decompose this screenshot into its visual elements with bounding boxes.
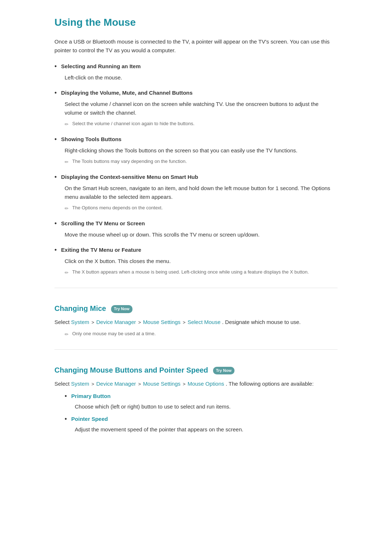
page-title: Using the Mouse [54,15,338,31]
bullet-body-4: On the Smart Hub screen, navigate to an … [54,184,338,201]
section-changing-mice: Changing Mice Try Now Select System > De… [54,303,338,338]
note-icon-2: ✏ [65,121,69,128]
chevron-6: > [183,381,187,387]
bullet-item-4: • Displaying the Context-sensitive Menu … [54,173,338,182]
nav-system-2[interactable]: System [71,381,89,387]
chevron-5: > [138,381,142,387]
chevron-4: > [91,381,95,387]
chevron-3: > [183,320,187,325]
bullet-dot-2: • [54,89,57,98]
sub-bullet-heading-1: Primary Button [71,392,110,401]
bullet-body-5: Move the mouse wheel up or down. This sc… [54,230,338,239]
section2-note: ✏ Only one mouse may be used at a time. [54,330,338,338]
try-now-badge-2[interactable]: Try Now [213,367,234,375]
section2-heading: Changing Mice Try Now [54,303,338,314]
sub-bullet-dot-2: • [65,415,67,424]
sub-bullet-primary: • Primary Button [54,392,338,401]
bullet-section-1: • Selecting and Running an Item Left-cli… [54,62,338,82]
bullet-heading-6: Exiting the TV Menu or Feature [61,246,141,254]
note-text-2: Select the volume / channel icon again t… [72,120,195,127]
bullet-body-2: Select the volume / channel icon on the … [54,100,338,117]
bullet-dot-6: • [54,246,57,255]
bullet-section-3: • Showing Tools Buttons Right-clicking s… [54,135,338,166]
nav-device-manager-2[interactable]: Device Manager [96,381,136,387]
note-icon-6: ✏ [65,269,69,277]
sub-bullet-body-2: Adjust the movement speed of the pointer… [54,425,338,434]
divider-2 [54,349,338,350]
note-text-s2: Only one mouse may be used at a time. [72,330,156,337]
bullet-item-3: • Showing Tools Buttons [54,135,338,144]
bullet-heading-1: Selecting and Running an Item [61,62,140,71]
note-icon-3: ✏ [65,159,69,166]
sub-bullet-dot-1: • [65,392,67,401]
nav-mouse-settings-1[interactable]: Mouse Settings [143,319,180,325]
divider-1 [54,288,338,288]
section3-heading: Changing Mouse Buttons and Pointer Speed… [54,364,338,376]
sub-bullet-body-1: Choose which (left or right) button to u… [54,402,338,411]
nav-device-manager-1[interactable]: Device Manager [96,319,136,325]
sub-bullet-heading-2: Pointer Speed [71,415,108,423]
bullet-item-2: • Displaying the Volume, Mute, and Chann… [54,89,338,98]
select-suffix-1: . Designate which mouse to use. [222,319,301,325]
intro-text: Once a USB or Bluetooth mouse is connect… [54,37,338,55]
select-prefix-1: Select [54,319,71,325]
select-suffix-2: . The following options are available: [226,381,314,387]
chevron-2: > [138,320,142,325]
note-icon-s2: ✏ [65,331,69,338]
try-now-badge-1[interactable]: Try Now [111,305,132,313]
section-mouse-buttons: Changing Mouse Buttons and Pointer Speed… [54,364,338,434]
select-prefix-2: Select [54,381,71,387]
sub-bullet-pointer: • Pointer Speed [54,415,338,424]
bullet-dot-3: • [54,135,57,144]
bullet-heading-4: Displaying the Context-sensitive Menu on… [61,173,198,181]
note-item-6: ✏ The X button appears when a mouse is b… [54,268,338,277]
nav-mouse-settings-2[interactable]: Mouse Settings [143,381,180,387]
bullet-item-6: • Exiting the TV Menu or Feature [54,246,338,255]
note-item-4: ✏ The Options menu depends on the contex… [54,204,338,213]
bullet-heading-2: Displaying the Volume, Mute, and Channel… [61,89,192,97]
note-item-2: ✏ Select the volume / channel icon again… [54,120,338,128]
note-text-3: The Tools buttons may vary depending on … [72,158,187,165]
bullet-section-6: • Exiting the TV Menu or Feature Click o… [54,246,338,277]
bullet-body-1: Left-click on the mouse. [54,73,338,82]
nav-select-mouse[interactable]: Select Mouse [188,319,221,325]
bullet-heading-5: Scrolling the TV Menu or Screen [61,219,145,228]
bullet-item-5: • Scrolling the TV Menu or Screen [54,219,338,228]
section2-select-path: Select System > Device Manager > Mouse S… [54,318,338,327]
bullet-heading-3: Showing Tools Buttons [61,135,121,144]
note-icon-4: ✏ [65,205,69,213]
bullet-section-5: • Scrolling the TV Menu or Screen Move t… [54,219,338,239]
bullet-section-4: • Displaying the Context-sensitive Menu … [54,173,338,213]
bullet-dot-5: • [54,219,57,228]
note-text-4: The Options menu depends on the context. [72,204,163,212]
bullet-section-2: • Displaying the Volume, Mute, and Chann… [54,89,338,128]
bullet-body-6: Click on the X button. This closes the m… [54,257,338,266]
nav-system-1[interactable]: System [71,319,89,325]
bullet-dot-1: • [54,62,57,71]
note-item-3: ✏ The Tools buttons may vary depending o… [54,158,338,166]
bullet-item-1: • Selecting and Running an Item [54,62,338,71]
bullet-dot-4: • [54,173,57,182]
page-container: Using the Mouse Once a USB or Bluetooth … [33,0,359,459]
note-text-6: The X button appears when a mouse is bei… [72,268,309,276]
bullet-body-3: Right-clicking shows the Tools buttons o… [54,146,338,155]
nav-mouse-options[interactable]: Mouse Options [188,381,224,387]
section3-select-path: Select System > Device Manager > Mouse S… [54,379,338,388]
chevron-1: > [91,320,95,325]
